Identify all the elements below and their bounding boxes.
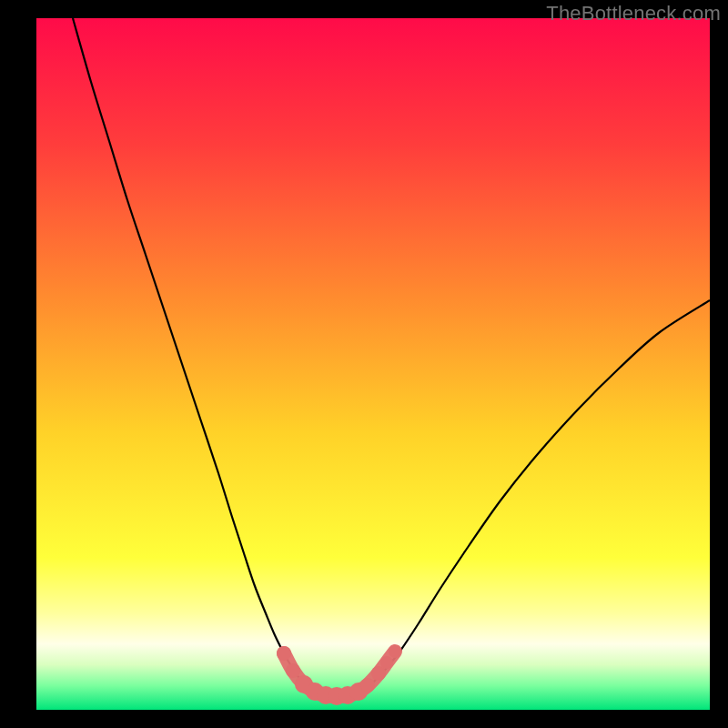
chart-frame: TheBottleneck.com bbox=[0, 0, 728, 728]
data-marker bbox=[389, 645, 401, 658]
data-marker bbox=[371, 666, 386, 681]
gradient-background bbox=[36, 18, 710, 710]
data-marker bbox=[380, 656, 393, 669]
chart-svg bbox=[36, 18, 710, 710]
data-marker bbox=[286, 663, 300, 678]
plot-area bbox=[36, 18, 710, 710]
data-marker bbox=[360, 678, 375, 693]
data-marker bbox=[277, 646, 291, 661]
watermark-label: TheBottleneck.com bbox=[546, 2, 721, 25]
